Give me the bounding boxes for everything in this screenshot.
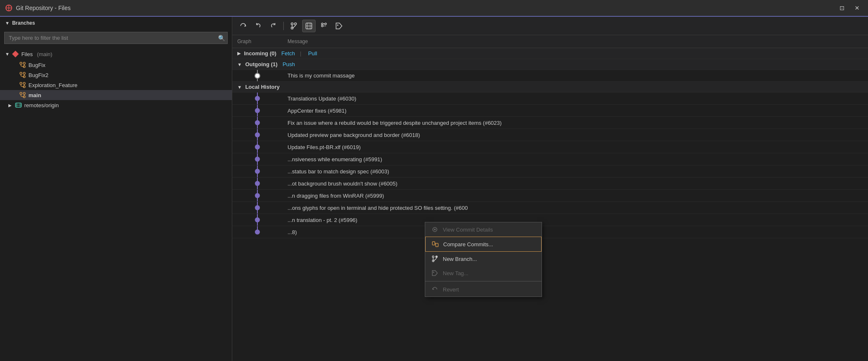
graph-cell-c10 [232, 202, 282, 214]
fetch-button[interactable]: Fetch [281, 50, 295, 57]
commit-c12[interactable]: ...8) [232, 226, 868, 238]
files-label: Files [21, 51, 33, 57]
files-root-item[interactable]: ▼ Files (main) [0, 48, 232, 60]
graph-column-header: Graph [232, 37, 282, 46]
ctx-view-commit[interactable]: View Commit Details [425, 222, 542, 237]
svg-point-28 [295, 23, 297, 25]
pull-button[interactable]: Pull [308, 50, 317, 57]
remotes-icon [15, 102, 22, 108]
commit-c9[interactable]: ...n dragging files from WinRAR (#5999) [232, 190, 868, 202]
graph-cell-c9 [232, 190, 282, 201]
remotes-origin-item[interactable]: ▶ remotes/origin [0, 100, 232, 110]
diamond-icon [12, 51, 19, 57]
undo-button[interactable] [252, 20, 265, 32]
branches-expand-arrow[interactable]: ▼ [5, 21, 10, 26]
svg-rect-44 [432, 242, 435, 245]
svg-point-18 [20, 93, 22, 95]
graph-cell-outgoing [232, 70, 282, 81]
ctx-revert[interactable]: Revert [425, 282, 542, 297]
incoming-expand[interactable]: ▶ [237, 51, 241, 56]
branch-bugfix-label: BugFix [28, 62, 45, 68]
svg-point-3 [20, 62, 22, 64]
svg-point-27 [291, 23, 293, 25]
graph-cell-c12 [232, 226, 282, 238]
graph-dot-c5 [255, 144, 260, 150]
ctx-new-tag[interactable]: New Tag... [425, 266, 542, 280]
git-icon [5, 4, 13, 12]
ctx-separator [425, 281, 542, 281]
filter-input[interactable] [4, 32, 228, 44]
svg-point-5 [23, 62, 26, 64]
view-commit-icon [431, 226, 439, 233]
svg-point-37 [325, 23, 326, 25]
commit-outgoing[interactable]: This is my commit massage [232, 70, 868, 82]
commit-c4-msg: Updated preview pane background and bord… [282, 130, 868, 140]
outgoing-expand[interactable]: ▼ [237, 62, 242, 67]
branch-icon-exploration [19, 82, 26, 88]
tag-button[interactable] [332, 20, 346, 32]
graph-dot-outgoing [254, 73, 260, 79]
branch-bugfix2[interactable]: BugFix2 [0, 70, 232, 80]
graph-cell-c6 [232, 153, 282, 165]
branch-bugfix[interactable]: BugFix [0, 60, 232, 70]
outgoing-label: Outgoing (1) [245, 61, 277, 67]
commit-c7-msg: ...status bar to match design spec (#600… [282, 166, 868, 177]
svg-point-35 [321, 23, 323, 25]
commits-area[interactable]: ▶ Incoming (0) Fetch | Pull ▼ Outgoing (… [232, 48, 868, 361]
title-text: Git Repository - Files [16, 5, 836, 11]
graph-cell-c11 [232, 214, 282, 226]
title-bar: Git Repository - Files ⊡ ✕ [0, 0, 868, 17]
commit-c7[interactable]: ...status bar to match design spec (#600… [232, 165, 868, 178]
ctx-compare-commits-label: Compare Commits... [443, 241, 493, 248]
graph2-button[interactable] [317, 20, 331, 32]
commit-c10[interactable]: ...ons glyphs for open in terminal and h… [232, 202, 868, 214]
commit-c4[interactable]: Updated preview pane background and bord… [232, 129, 868, 141]
refresh-button[interactable] [236, 20, 250, 32]
commit-c8[interactable]: ...ot background brush wouldn't show (#6… [232, 178, 868, 190]
graph-dot-c11 [255, 217, 260, 222]
branch-exploration[interactable]: Exploration_Feature [0, 80, 232, 90]
incoming-section: ▶ Incoming (0) Fetch | Pull [232, 48, 868, 59]
local-history-section: ▼ Local History [232, 82, 868, 93]
branch-icon-bugfix [19, 62, 26, 68]
graph-dot-c9 [255, 193, 260, 198]
svg-point-36 [321, 25, 323, 27]
filter-box: 🔍 [4, 32, 228, 44]
commit-c11[interactable]: ...n translation - pt. 2 (#5996) [232, 214, 868, 226]
local-history-expand[interactable]: ▼ [237, 85, 242, 90]
graph1-button[interactable] [302, 20, 316, 32]
new-tag-icon [431, 269, 439, 277]
graph-cell-c8 [232, 178, 282, 189]
main-container: ▼ Branches 🔍 ▼ Files (main) [0, 17, 868, 361]
local-history-label: Local History [245, 84, 280, 90]
branch-main[interactable]: main [0, 90, 232, 100]
incoming-label: Incoming (0) [244, 50, 276, 57]
commit-c3[interactable]: Fix an issue where a rebuild would be tr… [232, 117, 868, 129]
commit-c6-msg: ...nsiveness while enumerating (#5991) [282, 154, 868, 165]
push-button[interactable]: Push [282, 61, 295, 67]
svg-point-13 [20, 83, 22, 85]
commit-c2[interactable]: AppCenter fixes (#5981) [232, 105, 868, 117]
toolbar [232, 17, 868, 35]
commit-c1[interactable]: Translations Update (#6030) [232, 93, 868, 105]
svg-point-41 [337, 24, 339, 26]
graph-cell-c1 [232, 93, 282, 104]
commit-c9-msg: ...n dragging files from WinRAR (#5999) [282, 191, 868, 201]
graph-dot-c8 [255, 181, 260, 186]
search-icon[interactable]: 🔍 [218, 35, 225, 41]
branch-button[interactable] [287, 20, 300, 32]
pin-button[interactable]: ⊡ [836, 2, 848, 14]
graph-dot-c4 [255, 132, 260, 137]
commit-c3-msg: Fix an issue where a rebuild would be tr… [282, 118, 868, 128]
commit-c6[interactable]: ...nsiveness while enumerating (#5991) [232, 153, 868, 165]
close-button[interactable]: ✕ [851, 2, 863, 14]
commit-c5[interactable]: Update Files.pt-BR.xlf (#6019) [232, 141, 868, 153]
separator: | [300, 50, 301, 57]
redo-button[interactable] [267, 20, 280, 32]
graph-dot-c6 [255, 157, 260, 162]
ctx-compare-commits[interactable]: Compare Commits... [425, 237, 542, 252]
ctx-new-branch[interactable]: New Branch... [425, 252, 542, 266]
ctx-new-branch-label: New Branch... [443, 256, 477, 262]
commit-c2-msg: AppCenter fixes (#5981) [282, 106, 868, 116]
branch-bugfix2-label: BugFix2 [28, 72, 49, 78]
